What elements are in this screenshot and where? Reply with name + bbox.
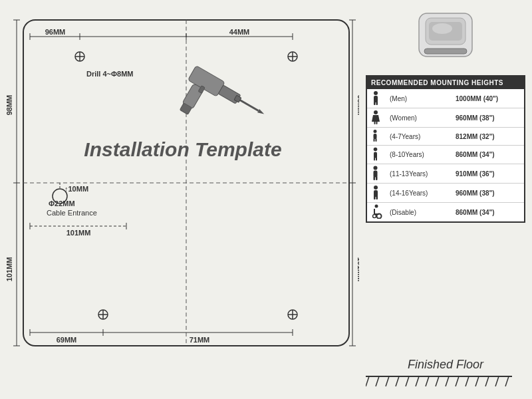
svg-line-98 xyxy=(386,376,389,386)
svg-text:98MM: 98MM xyxy=(7,95,13,116)
label: (Women) xyxy=(386,108,452,128)
svg-point-84 xyxy=(374,166,378,170)
table-row: (4-7Years) 812MM (32") xyxy=(366,128,525,146)
svg-text:↑10MM: ↑10MM xyxy=(65,185,88,193)
person-icon xyxy=(366,108,386,128)
svg-text:98MM: 98MM xyxy=(356,95,359,116)
svg-text:101MM: 101MM xyxy=(66,229,91,237)
finished-floor-lines xyxy=(366,373,512,390)
svg-point-80 xyxy=(374,148,378,152)
device-image xyxy=(406,10,485,70)
template-svg: 96MM 44MM 98MM 98MM 101MM 101MM xyxy=(7,7,359,386)
value: 812MM (32") xyxy=(452,128,525,146)
svg-line-105 xyxy=(456,376,459,386)
svg-text:71MM: 71MM xyxy=(190,336,210,344)
value: 910MM (36") xyxy=(452,164,525,184)
svg-rect-90 xyxy=(374,196,376,200)
svg-rect-66 xyxy=(424,49,467,54)
table-row: (14-16Years) 960MM (38") xyxy=(366,184,525,203)
mounting-heights-table: RECOMMENDED MOUNTING HEIGHTS (Men) 1000M… xyxy=(366,75,525,223)
svg-rect-87 xyxy=(376,176,378,180)
person-icon xyxy=(366,203,386,223)
svg-rect-70 xyxy=(374,101,376,105)
finished-floor-label: Finished Floor xyxy=(366,358,525,372)
svg-text:101MM: 101MM xyxy=(356,257,359,282)
value: 1000MM (40") xyxy=(452,89,525,108)
label: (11-13Years) xyxy=(386,164,452,184)
svg-rect-79 xyxy=(376,138,377,142)
svg-line-107 xyxy=(475,376,479,386)
svg-point-92 xyxy=(375,205,378,208)
svg-text:44MM: 44MM xyxy=(229,28,250,36)
table-row: (Women) 960MM (38") xyxy=(366,108,525,128)
svg-line-97 xyxy=(376,376,379,386)
person-icon xyxy=(366,164,386,184)
label: (Disable) xyxy=(386,203,452,223)
svg-line-110 xyxy=(505,376,509,386)
svg-rect-71 xyxy=(376,101,378,105)
svg-point-72 xyxy=(374,110,378,114)
svg-rect-91 xyxy=(376,196,378,200)
svg-rect-86 xyxy=(374,176,376,180)
svg-line-102 xyxy=(426,376,429,386)
svg-line-108 xyxy=(485,376,489,386)
svg-rect-85 xyxy=(374,171,378,178)
svg-point-68 xyxy=(374,91,378,95)
svg-rect-83 xyxy=(376,157,377,161)
template-area: 96MM 44MM 98MM 98MM 101MM 101MM xyxy=(7,7,359,386)
svg-rect-82 xyxy=(374,157,375,161)
value: 960MM (38") xyxy=(452,184,525,203)
svg-point-67 xyxy=(432,23,452,34)
svg-line-104 xyxy=(446,376,449,386)
svg-rect-74 xyxy=(374,121,376,124)
svg-line-100 xyxy=(406,376,409,386)
svg-point-94 xyxy=(373,215,376,218)
table-row: (11-13Years) 910MM (36") xyxy=(366,164,525,184)
svg-text:69MM: 69MM xyxy=(57,336,77,344)
table-row: (8-10Years) 860MM (34") xyxy=(366,146,525,164)
svg-point-88 xyxy=(374,186,378,190)
table-row: (Disable) 860MM (34") xyxy=(366,203,525,223)
svg-rect-78 xyxy=(374,138,375,142)
person-icon xyxy=(366,128,386,146)
person-icon xyxy=(366,184,386,203)
label: (Men) xyxy=(386,89,452,108)
svg-text:96MM: 96MM xyxy=(45,28,66,36)
svg-line-103 xyxy=(436,376,439,386)
value: 860MM (34") xyxy=(452,203,525,223)
svg-line-96 xyxy=(366,376,369,386)
right-panel: RECOMMENDED MOUNTING HEIGHTS (Men) 1000M… xyxy=(366,7,525,392)
value: 860MM (34") xyxy=(452,146,525,164)
label: (14-16Years) xyxy=(386,184,452,203)
main-container: 96MM 44MM 98MM 98MM 101MM 101MM xyxy=(0,0,532,399)
table-row: (Men) 1000MM (40") xyxy=(366,89,525,108)
svg-text:Drill 4~Φ8MM: Drill 4~Φ8MM xyxy=(86,70,133,78)
svg-rect-77 xyxy=(374,134,377,139)
person-icon xyxy=(366,89,386,108)
label: (8-10Years) xyxy=(386,146,452,164)
svg-text:101MM: 101MM xyxy=(7,257,13,282)
svg-line-101 xyxy=(416,376,419,386)
svg-point-76 xyxy=(374,130,377,133)
svg-marker-73 xyxy=(372,115,380,122)
svg-line-106 xyxy=(466,376,469,386)
svg-line-99 xyxy=(396,376,399,386)
value: 960MM (38") xyxy=(452,108,525,128)
svg-text:Φ22MM: Φ22MM xyxy=(49,200,75,207)
svg-text:Installation Template: Installation Template xyxy=(84,138,281,160)
person-icon xyxy=(366,146,386,164)
svg-rect-75 xyxy=(376,121,378,124)
svg-line-109 xyxy=(495,376,499,386)
label: (4-7Years) xyxy=(386,128,452,146)
svg-text:Cable Entrance: Cable Entrance xyxy=(47,209,97,217)
finished-floor-section: Finished Floor xyxy=(366,351,525,392)
table-header: RECOMMENDED MOUNTING HEIGHTS xyxy=(366,76,525,89)
